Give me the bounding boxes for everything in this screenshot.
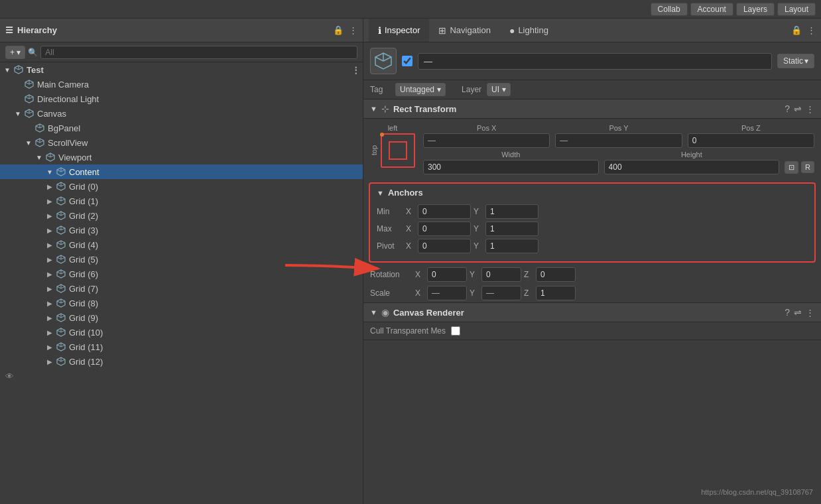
tree-label-grid5: Grid (5) <box>69 255 98 265</box>
max-y-input[interactable] <box>485 221 538 236</box>
anchor-box[interactable] <box>381 133 415 168</box>
rect-transform-header[interactable]: ▼ ⊹ Rect Transform ? ⇌ ⋮ <box>363 99 821 119</box>
pivot-x-label: X <box>406 241 415 251</box>
pos-xyz-row: Pos X Pos Y Pos Z <box>423 124 814 148</box>
tree-item-bgpanel[interactable]: ▶BgPanel <box>0 121 363 135</box>
svg-line-14 <box>25 111 29 113</box>
anchors-min-xy: X Y <box>406 204 808 219</box>
svg-line-59 <box>61 272 65 274</box>
tab-inspector[interactable]: ℹ Inspector <box>369 19 429 42</box>
more-icon-inspector[interactable]: ⋮ <box>807 25 816 35</box>
scale-z-input[interactable] <box>536 286 576 300</box>
max-x-input[interactable] <box>418 221 471 236</box>
rot-z-input[interactable] <box>536 267 576 282</box>
tree-item-scrollview[interactable]: ▼ScrollView <box>0 135 363 150</box>
eye-icon[interactable]: 👁 <box>5 371 14 381</box>
tree-item-grid4[interactable]: ▶Grid (4) <box>0 237 363 252</box>
tree-label-test: Test <box>27 65 44 75</box>
svg-line-23 <box>40 141 44 143</box>
layers-button[interactable]: Layers <box>736 3 775 16</box>
layer-dropdown[interactable]: UI ▾ <box>487 83 511 96</box>
settings-icon[interactable]: ⇌ <box>794 103 802 114</box>
layout-button[interactable]: Layout <box>777 3 816 16</box>
svg-line-71 <box>61 316 65 318</box>
tab-lighting[interactable]: ● Lighting <box>500 19 558 42</box>
height-input[interactable] <box>604 160 780 174</box>
tree-label-grid11: Grid (11) <box>69 342 103 352</box>
cull-checkbox[interactable] <box>451 326 460 336</box>
lock-icon-inspector[interactable]: 🔒 <box>791 25 802 35</box>
static-button[interactable]: Static ▾ <box>777 54 814 68</box>
add-button[interactable]: + ▾ <box>5 46 25 59</box>
watermark: https://blog.csdn.net/qq_39108767 <box>701 488 813 496</box>
pos-x-col: Pos X <box>423 124 550 148</box>
more-icon[interactable]: ⋮ <box>349 25 357 35</box>
tree-item-grid3[interactable]: ▶Grid (3) <box>0 223 363 237</box>
pivot-x-input[interactable] <box>418 239 471 253</box>
tree-item-content[interactable]: ▼Content <box>0 164 363 179</box>
cube-icon-grid6 <box>56 269 66 279</box>
reset-button[interactable]: R <box>801 161 814 173</box>
svg-line-63 <box>61 286 65 288</box>
rot-y-input[interactable] <box>481 267 521 282</box>
scale-y-label: Y <box>470 288 479 298</box>
tree-item-viewport[interactable]: ▼Viewport <box>0 150 363 164</box>
lock-icon[interactable]: 🔒 <box>333 25 344 35</box>
tree-item-directional-light[interactable]: ▶Directional Light <box>0 92 363 106</box>
scale-y-input[interactable] <box>481 286 521 300</box>
tree-item-canvas[interactable]: ▼Canvas <box>0 106 363 121</box>
width-input[interactable] <box>423 160 599 174</box>
settings-icon-cr[interactable]: ⇌ <box>794 307 802 318</box>
more-options-icon-cr[interactable]: ⋮ <box>806 308 814 318</box>
canvas-renderer-header[interactable]: ▼ ◉ Canvas Renderer ? ⇌ ⋮ <box>363 303 821 322</box>
pivot-y-label: Y <box>474 241 483 251</box>
tree-item-grid8[interactable]: ▶Grid (8) <box>0 296 363 310</box>
resize-button[interactable]: ⊡ <box>785 161 798 174</box>
more-options-icon[interactable]: ⋮ <box>806 104 814 114</box>
tree-item-grid10[interactable]: ▶Grid (10) <box>0 325 363 340</box>
pivot-y-input[interactable] <box>485 239 538 253</box>
object-name-input[interactable] <box>418 53 772 70</box>
tree-item-grid5[interactable]: ▶Grid (5) <box>0 252 363 267</box>
scale-x-input[interactable] <box>427 286 467 300</box>
tree-label-grid7: Grid (7) <box>69 284 98 294</box>
tree-item-grid11[interactable]: ▶Grid (11) <box>0 340 363 354</box>
min-x-input[interactable] <box>418 204 471 219</box>
hierarchy-visibility-row: 👁 <box>0 369 363 384</box>
tree-item-grid6[interactable]: ▶Grid (6) <box>0 267 363 281</box>
hierarchy-search-input[interactable] <box>40 46 357 59</box>
tree-item-grid7[interactable]: ▶Grid (7) <box>0 281 363 296</box>
collab-button[interactable]: Collab <box>651 3 688 16</box>
tree-item-grid0[interactable]: ▶Grid (0) <box>0 179 363 194</box>
tree-item-main-camera[interactable]: ▶Main Camera <box>0 77 363 92</box>
tree-arrow-grid8: ▶ <box>45 298 54 308</box>
tree-more-test[interactable]: ⋮ <box>351 65 360 75</box>
min-y-input[interactable] <box>485 204 538 219</box>
help-icon-cr[interactable]: ? <box>785 307 790 318</box>
tree-item-grid12[interactable]: ▶Grid (12) <box>0 354 363 369</box>
tree-arrow-grid0: ▶ <box>45 182 54 191</box>
pos-y-input[interactable] <box>555 133 682 148</box>
tree-arrow-grid5: ▶ <box>45 255 54 264</box>
rect-transform-icon: ⊹ <box>381 103 389 114</box>
hierarchy-menu-icon[interactable]: ☰ <box>5 25 13 35</box>
cube-icon-viewport <box>45 152 56 162</box>
tree-item-test[interactable]: ▼Test⋮ <box>0 62 363 77</box>
tree-item-grid9[interactable]: ▶Grid (9) <box>0 310 363 325</box>
pos-z-input[interactable] <box>688 133 814 148</box>
svg-line-39 <box>61 199 65 201</box>
tree-item-grid1[interactable]: ▶Grid (1) <box>0 194 363 208</box>
rotation-row: Rotation X Y Z <box>363 265 821 284</box>
account-button[interactable]: Account <box>690 3 733 16</box>
anchors-header[interactable]: ▼ Anchors <box>370 184 814 202</box>
pos-y-label: Pos Y <box>555 124 682 132</box>
tag-dropdown[interactable]: Untagged ▾ <box>395 83 446 96</box>
tree-item-grid2[interactable]: ▶Grid (2) <box>0 208 363 223</box>
object-active-checkbox[interactable] <box>402 56 412 66</box>
tab-navigation[interactable]: ⊞ Navigation <box>429 19 499 42</box>
rot-x-input[interactable] <box>427 267 467 282</box>
pos-x-input[interactable] <box>423 133 550 148</box>
tree-label-grid3: Grid (3) <box>69 225 98 235</box>
help-icon[interactable]: ? <box>785 103 790 114</box>
svg-line-2 <box>15 68 19 70</box>
